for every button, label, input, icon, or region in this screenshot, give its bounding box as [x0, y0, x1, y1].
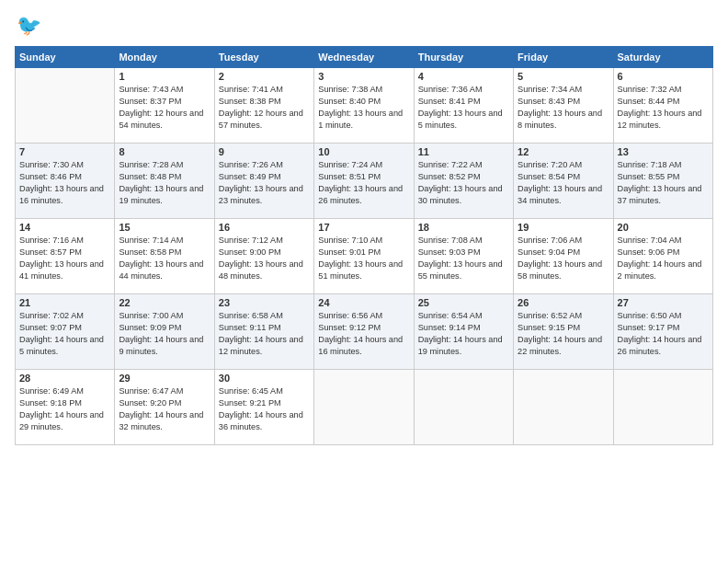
day-number: 11	[418, 146, 509, 157]
calendar-cell	[514, 370, 613, 445]
day-info: Sunrise: 7:20 AM Sunset: 8:54 PM Dayligh…	[518, 159, 609, 207]
day-number: 10	[318, 146, 409, 157]
day-info: Sunrise: 7:34 AM Sunset: 8:43 PM Dayligh…	[518, 84, 609, 132]
calendar-cell: 15Sunrise: 7:14 AM Sunset: 8:58 PM Dayli…	[115, 219, 214, 294]
day-number: 19	[518, 222, 609, 233]
calendar-cell: 13Sunrise: 7:18 AM Sunset: 8:55 PM Dayli…	[613, 144, 712, 219]
day-info: Sunrise: 7:08 AM Sunset: 9:03 PM Dayligh…	[418, 235, 509, 282]
calendar-cell	[314, 370, 414, 445]
weekday-header-tuesday: Tuesday	[214, 47, 313, 68]
day-number: 12	[518, 146, 609, 157]
day-number: 14	[19, 222, 110, 233]
day-number: 22	[119, 297, 210, 308]
calendar-cell: 21Sunrise: 7:02 AM Sunset: 9:07 PM Dayli…	[16, 294, 115, 370]
calendar-cell: 10Sunrise: 7:24 AM Sunset: 8:51 PM Dayli…	[314, 144, 414, 219]
calendar-cell: 11Sunrise: 7:22 AM Sunset: 8:52 PM Dayli…	[414, 144, 513, 219]
calendar-cell: 22Sunrise: 7:00 AM Sunset: 9:09 PM Dayli…	[115, 294, 214, 370]
day-number: 16	[219, 222, 310, 233]
week-row-4: 21Sunrise: 7:02 AM Sunset: 9:07 PM Dayli…	[16, 294, 713, 370]
logo-bird-icon: 🐦	[17, 15, 41, 37]
day-number: 17	[318, 222, 409, 233]
day-info: Sunrise: 6:50 AM Sunset: 9:17 PM Dayligh…	[618, 310, 709, 358]
day-number: 23	[219, 297, 310, 308]
day-number: 1	[119, 71, 210, 82]
day-number: 25	[418, 297, 509, 308]
calendar-cell: 5Sunrise: 7:34 AM Sunset: 8:43 PM Daylig…	[514, 68, 613, 144]
calendar-cell: 7Sunrise: 7:30 AM Sunset: 8:46 PM Daylig…	[16, 144, 115, 219]
page: 🐦 SundayMondayTuesdayWednesdayThursdayFr…	[0, 0, 728, 563]
day-info: Sunrise: 7:24 AM Sunset: 8:51 PM Dayligh…	[318, 159, 409, 207]
week-row-5: 28Sunrise: 6:49 AM Sunset: 9:18 PM Dayli…	[16, 370, 713, 445]
day-number: 7	[19, 146, 110, 157]
header: 🐦	[15, 15, 713, 37]
calendar-cell: 9Sunrise: 7:26 AM Sunset: 8:49 PM Daylig…	[214, 144, 313, 219]
calendar-cell: 8Sunrise: 7:28 AM Sunset: 8:48 PM Daylig…	[115, 144, 214, 219]
calendar-table: SundayMondayTuesdayWednesdayThursdayFrid…	[15, 46, 713, 445]
calendar-cell	[414, 370, 513, 445]
day-info: Sunrise: 6:56 AM Sunset: 9:12 PM Dayligh…	[318, 310, 409, 358]
day-number: 27	[618, 297, 709, 308]
day-number: 5	[518, 71, 609, 82]
calendar-cell: 16Sunrise: 7:12 AM Sunset: 9:00 PM Dayli…	[214, 219, 313, 294]
day-number: 3	[318, 71, 409, 82]
day-info: Sunrise: 7:36 AM Sunset: 8:41 PM Dayligh…	[418, 84, 509, 132]
day-info: Sunrise: 6:45 AM Sunset: 9:21 PM Dayligh…	[219, 385, 310, 433]
day-info: Sunrise: 6:58 AM Sunset: 9:11 PM Dayligh…	[219, 310, 310, 358]
calendar-cell: 30Sunrise: 6:45 AM Sunset: 9:21 PM Dayli…	[214, 370, 313, 445]
calendar-cell: 4Sunrise: 7:36 AM Sunset: 8:41 PM Daylig…	[414, 68, 513, 144]
calendar-cell	[16, 68, 115, 144]
day-number: 8	[119, 146, 210, 157]
day-info: Sunrise: 7:22 AM Sunset: 8:52 PM Dayligh…	[418, 159, 509, 207]
day-info: Sunrise: 7:18 AM Sunset: 8:55 PM Dayligh…	[618, 159, 709, 207]
calendar-cell: 29Sunrise: 6:47 AM Sunset: 9:20 PM Dayli…	[115, 370, 214, 445]
day-number: 4	[418, 71, 509, 82]
weekday-header-friday: Friday	[514, 47, 613, 68]
day-number: 2	[219, 71, 310, 82]
day-info: Sunrise: 6:49 AM Sunset: 9:18 PM Dayligh…	[19, 385, 110, 433]
day-number: 26	[518, 297, 609, 308]
calendar-cell: 3Sunrise: 7:38 AM Sunset: 8:40 PM Daylig…	[314, 68, 414, 144]
weekday-header-wednesday: Wednesday	[314, 47, 414, 68]
calendar-cell: 19Sunrise: 7:06 AM Sunset: 9:04 PM Dayli…	[514, 219, 613, 294]
day-number: 9	[219, 146, 310, 157]
day-info: Sunrise: 7:38 AM Sunset: 8:40 PM Dayligh…	[318, 84, 409, 132]
calendar-cell: 24Sunrise: 6:56 AM Sunset: 9:12 PM Dayli…	[314, 294, 414, 370]
calendar-cell: 26Sunrise: 6:52 AM Sunset: 9:15 PM Dayli…	[514, 294, 613, 370]
week-row-3: 14Sunrise: 7:16 AM Sunset: 8:57 PM Dayli…	[16, 219, 713, 294]
calendar-cell: 18Sunrise: 7:08 AM Sunset: 9:03 PM Dayli…	[414, 219, 513, 294]
calendar-cell: 2Sunrise: 7:41 AM Sunset: 8:38 PM Daylig…	[214, 68, 313, 144]
day-info: Sunrise: 6:54 AM Sunset: 9:14 PM Dayligh…	[418, 310, 509, 358]
day-info: Sunrise: 7:32 AM Sunset: 8:44 PM Dayligh…	[618, 84, 709, 132]
calendar-cell: 23Sunrise: 6:58 AM Sunset: 9:11 PM Dayli…	[214, 294, 313, 370]
calendar-cell	[613, 370, 712, 445]
day-number: 20	[618, 222, 709, 233]
day-info: Sunrise: 7:00 AM Sunset: 9:09 PM Dayligh…	[119, 310, 210, 358]
calendar-cell: 25Sunrise: 6:54 AM Sunset: 9:14 PM Dayli…	[414, 294, 513, 370]
calendar-cell: 28Sunrise: 6:49 AM Sunset: 9:18 PM Dayli…	[16, 370, 115, 445]
day-number: 18	[418, 222, 509, 233]
calendar-cell: 14Sunrise: 7:16 AM Sunset: 8:57 PM Dayli…	[16, 219, 115, 294]
day-info: Sunrise: 7:43 AM Sunset: 8:37 PM Dayligh…	[119, 84, 210, 132]
calendar-cell: 6Sunrise: 7:32 AM Sunset: 8:44 PM Daylig…	[613, 68, 712, 144]
day-info: Sunrise: 6:52 AM Sunset: 9:15 PM Dayligh…	[518, 310, 609, 358]
weekday-header-sunday: Sunday	[16, 47, 115, 68]
day-number: 30	[219, 373, 310, 384]
day-info: Sunrise: 7:28 AM Sunset: 8:48 PM Dayligh…	[119, 159, 210, 207]
day-number: 21	[19, 297, 110, 308]
day-info: Sunrise: 7:30 AM Sunset: 8:46 PM Dayligh…	[19, 159, 110, 207]
day-number: 15	[119, 222, 210, 233]
day-info: Sunrise: 7:41 AM Sunset: 8:38 PM Dayligh…	[219, 84, 310, 132]
day-info: Sunrise: 7:02 AM Sunset: 9:07 PM Dayligh…	[19, 310, 110, 358]
calendar-cell: 17Sunrise: 7:10 AM Sunset: 9:01 PM Dayli…	[314, 219, 414, 294]
weekday-header-thursday: Thursday	[414, 47, 513, 68]
weekday-header-saturday: Saturday	[613, 47, 712, 68]
day-info: Sunrise: 7:26 AM Sunset: 8:49 PM Dayligh…	[219, 159, 310, 207]
day-number: 29	[119, 373, 210, 384]
week-row-2: 7Sunrise: 7:30 AM Sunset: 8:46 PM Daylig…	[16, 144, 713, 219]
weekday-header-row: SundayMondayTuesdayWednesdayThursdayFrid…	[16, 47, 713, 68]
day-info: Sunrise: 7:14 AM Sunset: 8:58 PM Dayligh…	[119, 235, 210, 282]
day-number: 28	[19, 373, 110, 384]
calendar-cell: 1Sunrise: 7:43 AM Sunset: 8:37 PM Daylig…	[115, 68, 214, 144]
calendar-cell: 12Sunrise: 7:20 AM Sunset: 8:54 PM Dayli…	[514, 144, 613, 219]
weekday-header-monday: Monday	[115, 47, 214, 68]
